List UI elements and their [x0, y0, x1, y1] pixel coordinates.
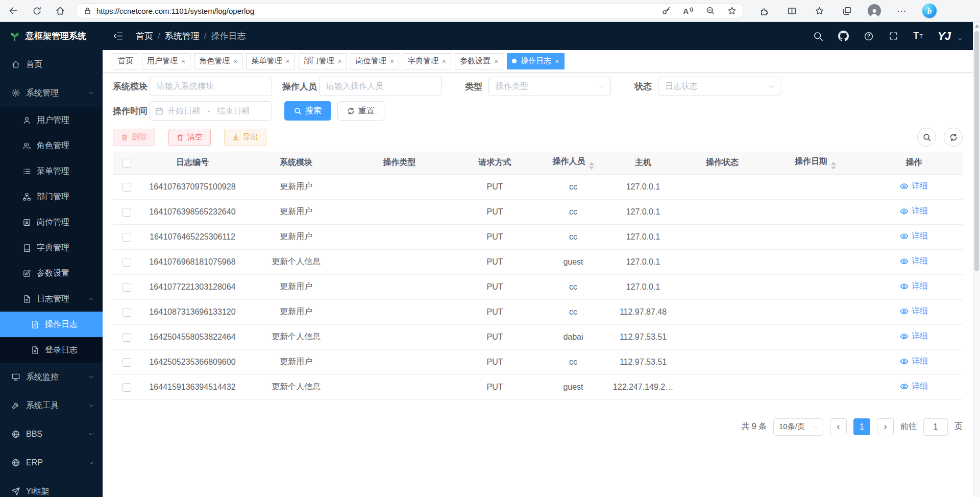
user-logo[interactable]: YJ: [938, 30, 950, 43]
sidebar-item-dict-mgmt[interactable]: 字典管理: [0, 235, 103, 261]
sidebar-item-menu-mgmt[interactable]: 菜单管理: [0, 158, 103, 184]
row-checkbox[interactable]: [122, 283, 131, 292]
date-range-input[interactable]: 开始日期 - 结束日期: [150, 101, 272, 121]
sidebar-item-erp[interactable]: ERP: [0, 448, 103, 477]
detail-link[interactable]: 详细: [900, 281, 928, 292]
sidebar-item-system-mgmt[interactable]: 系统管理: [0, 79, 103, 107]
sidebar-item-dept-mgmt[interactable]: 部门管理: [0, 184, 103, 209]
font-size-icon[interactable]: TT: [913, 31, 923, 41]
github-icon[interactable]: [838, 31, 849, 41]
favorites-bar-icon[interactable]: [805, 2, 833, 20]
goto-page-input[interactable]: [923, 418, 948, 436]
collections-icon[interactable]: [833, 2, 861, 20]
sidebar-item-home[interactable]: 首页: [0, 50, 103, 79]
close-icon[interactable]: ×: [442, 57, 446, 65]
tab-role-mgmt[interactable]: 角色管理×: [194, 53, 242, 69]
next-page-button[interactable]: ›: [877, 418, 894, 435]
close-icon[interactable]: ×: [233, 57, 237, 65]
sidebar-item-system-monitor[interactable]: 系统监控: [0, 363, 103, 391]
address-bar[interactable]: A: [76, 3, 744, 18]
type-select[interactable]: 操作类型: [488, 77, 611, 96]
page-1-button[interactable]: 1: [853, 418, 870, 435]
close-icon[interactable]: ×: [181, 57, 185, 65]
row-checkbox[interactable]: [122, 333, 131, 342]
browser-home-button[interactable]: [50, 2, 70, 20]
clear-button[interactable]: 清空: [168, 129, 211, 146]
detail-link[interactable]: 详细: [900, 331, 928, 342]
header-search-icon[interactable]: [813, 31, 823, 41]
sort-icons[interactable]: [831, 162, 836, 170]
profile-avatar[interactable]: [861, 2, 888, 20]
tab-dept-mgmt[interactable]: 部门管理×: [299, 53, 347, 69]
close-icon[interactable]: ×: [338, 57, 342, 65]
fullscreen-icon[interactable]: [889, 31, 898, 41]
sidebar-item-post-mgmt[interactable]: 岗位管理: [0, 209, 103, 235]
tab-dict-mgmt[interactable]: 字典管理×: [403, 53, 451, 69]
browser-refresh-button[interactable]: [27, 2, 47, 20]
export-button[interactable]: 导出: [224, 129, 266, 146]
scrollbar-thumb[interactable]: [974, 31, 979, 271]
sidebar-item-system-tools[interactable]: 系统工具: [0, 391, 103, 420]
detail-link[interactable]: 详细: [900, 231, 928, 242]
detail-link[interactable]: 详细: [900, 356, 928, 367]
tab-user-mgmt[interactable]: 用户管理×: [142, 53, 190, 69]
sidebar-item-param-settings[interactable]: 参数设置: [0, 261, 103, 286]
help-icon[interactable]: [864, 31, 874, 41]
toggle-search-button[interactable]: [917, 128, 936, 147]
end-date-placeholder[interactable]: 结束日期: [217, 106, 250, 116]
detail-link[interactable]: 详细: [900, 206, 928, 217]
page-size-select[interactable]: 10条/页: [773, 418, 823, 436]
bing-discover-icon[interactable]: b: [916, 2, 943, 20]
status-select[interactable]: 日志状态: [658, 77, 780, 96]
password-key-icon[interactable]: [662, 6, 671, 15]
module-input[interactable]: [150, 77, 272, 96]
tab-home[interactable]: 首页: [113, 53, 138, 69]
row-checkbox[interactable]: [122, 258, 131, 267]
close-icon[interactable]: ×: [555, 57, 559, 65]
detail-link[interactable]: 详细: [900, 181, 928, 192]
start-date-placeholder[interactable]: 开始日期: [167, 106, 200, 116]
operator-input[interactable]: [319, 77, 442, 96]
detail-link[interactable]: 详细: [900, 256, 928, 267]
prev-page-button[interactable]: ‹: [830, 418, 847, 435]
sort-icons[interactable]: [589, 162, 594, 170]
row-checkbox[interactable]: [122, 383, 131, 392]
sidebar-item-bbs[interactable]: BBS: [0, 420, 103, 448]
col-operator[interactable]: 操作人员: [539, 152, 607, 174]
select-all-checkbox[interactable]: [122, 159, 131, 168]
sidebar-item-login-log[interactable]: 登录日志: [0, 337, 103, 363]
reset-button[interactable]: 重置: [337, 101, 384, 121]
detail-link[interactable]: 详细: [900, 306, 928, 317]
zoom-out-icon[interactable]: [706, 6, 715, 15]
row-checkbox[interactable]: [122, 233, 131, 242]
app-logo[interactable]: 意框架管理系统: [0, 22, 103, 50]
detail-link[interactable]: 详细: [900, 381, 928, 392]
split-screen-icon[interactable]: [778, 2, 805, 20]
close-icon[interactable]: ×: [494, 57, 498, 65]
collapse-sidebar-button[interactable]: [113, 31, 124, 41]
row-checkbox[interactable]: [122, 358, 131, 367]
sidebar-item-yi-framework[interactable]: Yi框架: [0, 477, 103, 497]
sidebar-item-log-mgmt[interactable]: 日志管理: [0, 286, 103, 312]
row-checkbox[interactable]: [122, 208, 131, 217]
browser-back-button[interactable]: [3, 2, 23, 20]
user-dropdown-caret-icon[interactable]: [957, 36, 963, 42]
close-icon[interactable]: ×: [390, 57, 394, 65]
url-input[interactable]: [96, 7, 649, 15]
close-icon[interactable]: ×: [285, 57, 289, 65]
tab-post-mgmt[interactable]: 岗位管理×: [351, 53, 399, 69]
tab-operation-log[interactable]: 操作日志×: [507, 53, 564, 69]
read-aloud-icon[interactable]: A: [683, 7, 694, 15]
delete-button[interactable]: 删除: [113, 129, 155, 146]
refresh-table-button[interactable]: [944, 128, 963, 147]
search-button[interactable]: 搜索: [284, 101, 331, 121]
tab-menu-mgmt[interactable]: 菜单管理×: [246, 53, 295, 69]
breadcrumb-item-home[interactable]: 首页: [136, 30, 153, 42]
sidebar-item-user-mgmt[interactable]: 用户管理: [0, 107, 103, 133]
row-checkbox[interactable]: [122, 308, 131, 317]
breadcrumb-item-system-mgmt[interactable]: 系统管理: [165, 30, 200, 42]
scrollbar-up-arrow[interactable]: [975, 25, 979, 28]
tab-param-settings[interactable]: 参数设置×: [455, 53, 503, 69]
favorites-star-icon[interactable]: [727, 6, 737, 15]
page-scrollbar[interactable]: [973, 22, 980, 497]
